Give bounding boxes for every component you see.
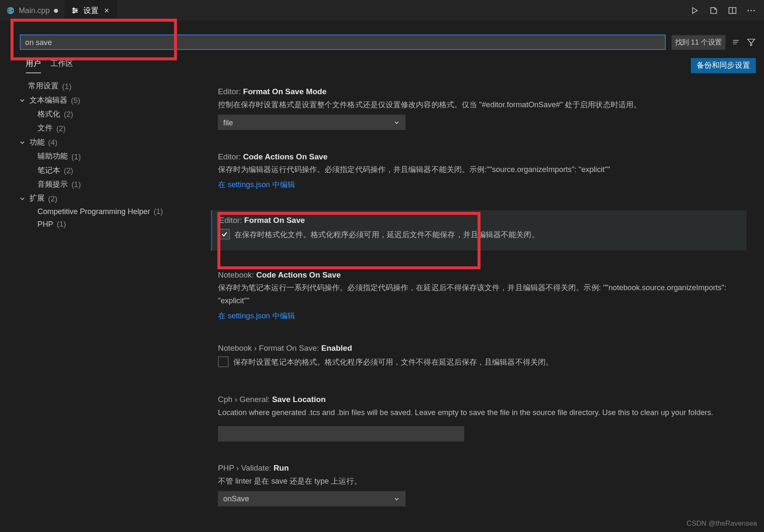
setting-code-actions-on-save: Editor: Code Actions On Save 保存时为编辑器运行代码… [211, 150, 746, 193]
sync-settings-button[interactable]: 备份和同步设置 [691, 58, 756, 73]
setting-title: Editor: Format On Save [219, 216, 740, 225]
setting-php-validate-run: PHP › Validate: Run 不管 linter 是在 save 还是… [211, 461, 746, 508]
svg-point-5 [73, 8, 75, 9]
filter-icon[interactable] [746, 37, 756, 47]
svg-point-12 [748, 10, 749, 11]
settings-icon [71, 5, 80, 15]
tab-main-cpp[interactable]: C+ Main.cpp ● [0, 0, 65, 21]
select-php-run[interactable]: onSave [218, 491, 405, 506]
tree-notebook[interactable]: 笔记本(2) [0, 163, 206, 177]
setting-format-on-save: Editor: Format On Save 在保存时格式化文件。格式化程序必须… [211, 210, 746, 251]
setting-title: PHP › Validate: Run [218, 463, 740, 472]
svg-text:C+: C+ [8, 8, 14, 13]
tree-features[interactable]: 功能(4) [0, 135, 206, 149]
svg-point-6 [75, 9, 77, 11]
watermark: CSDN @theRavensea [687, 519, 757, 527]
check-icon [220, 230, 228, 238]
settings-content: Editor: Format On Save Mode 控制在保存时设置格式是设… [206, 74, 764, 532]
setting-desc: 在保存时格式化文件。格式化程序必须可用，延迟后文件不能保存，并且编辑器不能关闭。 [234, 228, 539, 241]
tree-extensions[interactable]: 扩展(2) [0, 191, 206, 205]
setting-desc: 控制在保存时设置格式是设置整个文件格式还是仅设置修改内容的格式。仅当 "#edi… [218, 98, 740, 111]
tree-audio[interactable]: 音频提示(1) [0, 177, 206, 191]
setting-desc: 保存时为编辑器运行代码操作。必须指定代码操作，并且编辑器不能关闭。示例:""so… [218, 163, 740, 176]
chevron-down-icon [393, 119, 400, 126]
tree-common[interactable]: 常用设置(1) [0, 79, 206, 93]
split-editor-icon[interactable] [728, 5, 737, 15]
setting-desc: 不管 linter 是在 save 还是在 type 上运行。 [218, 474, 740, 487]
setting-title: Editor: Code Actions On Save [218, 152, 740, 161]
checkbox-format-on-save[interactable] [219, 229, 230, 240]
tree-cph[interactable]: Competitive Programming Helper(1) [0, 206, 206, 218]
checkbox-notebook-format[interactable] [218, 357, 229, 367]
tree-files[interactable]: 文件(2) [0, 121, 206, 135]
edit-in-json-link[interactable]: 在 settings.json 中编辑 [218, 312, 295, 320]
editor-toolbar [690, 5, 764, 15]
svg-point-14 [753, 10, 755, 11]
setting-format-on-save-mode: Editor: Format On Save Mode 控制在保存时设置格式是设… [211, 85, 746, 132]
run-icon[interactable] [690, 5, 700, 15]
setting-title: Editor: Format On Save Mode [218, 87, 740, 96]
open-json-icon[interactable] [709, 5, 718, 15]
tab-settings[interactable]: 设置 [65, 0, 117, 21]
setting-title: Notebook › Format On Save: Enabled [218, 344, 740, 353]
input-save-location[interactable] [218, 426, 464, 441]
setting-desc: Location where generated .tcs and .bin f… [218, 406, 740, 419]
chevron-down-icon [19, 97, 27, 104]
select-format-mode[interactable]: file [218, 115, 405, 130]
setting-cph-save-location: Cph › General: Save Location Location wh… [211, 392, 746, 443]
tree-php[interactable]: PHP(1) [0, 218, 206, 230]
tab-bar: C+ Main.cpp ● 设置 [0, 0, 764, 21]
setting-desc: 保存时设置笔记本的格式。格式化程序必须可用，文件不得在延迟后保存，且编辑器不得关… [233, 356, 553, 369]
more-icon[interactable] [746, 5, 756, 15]
tree-accessibility[interactable]: 辅助功能(1) [0, 149, 206, 163]
chevron-down-icon [19, 139, 27, 146]
setting-desc: 保存时为笔记本运行一系列代码操作。必须指定代码操作，在延迟后不得保存该文件，并且… [218, 282, 740, 308]
setting-notebook-format-on-save: Notebook › Format On Save: Enabled 保存时设置… [211, 341, 746, 375]
tree-text-editor[interactable]: 文本编辑器(5) [0, 93, 206, 107]
edit-in-json-link[interactable]: 在 settings.json 中编辑 [218, 180, 295, 189]
tab-label: 设置 [83, 5, 98, 16]
svg-point-7 [73, 11, 75, 13]
clear-filter-icon[interactable] [731, 37, 740, 47]
setting-title: Notebook: Code Actions On Save [218, 270, 740, 279]
setting-notebook-code-actions: Notebook: Code Actions On Save 保存时为笔记本运行… [211, 268, 746, 324]
close-icon[interactable] [102, 5, 112, 15]
svg-point-13 [751, 10, 752, 11]
scope-workspace[interactable]: 工作区 [51, 58, 73, 72]
tab-label: Main.cpp [19, 6, 50, 15]
settings-search-input[interactable] [20, 34, 666, 50]
settings-tree: 常用设置(1) 文本编辑器(5) 格式化(2) 文件(2) 功能(4) 辅助功能… [0, 74, 206, 532]
cpp-file-icon: C+ [6, 5, 15, 15]
scope-user[interactable]: 用户 [26, 58, 41, 73]
results-count: 找到 11 个设置 [671, 35, 725, 50]
setting-title: Cph › General: Save Location [218, 395, 740, 404]
tree-formatting[interactable]: 格式化(2) [0, 107, 206, 121]
modified-dot-icon: ● [53, 5, 59, 15]
chevron-down-icon [393, 495, 400, 502]
chevron-down-icon [19, 195, 27, 202]
